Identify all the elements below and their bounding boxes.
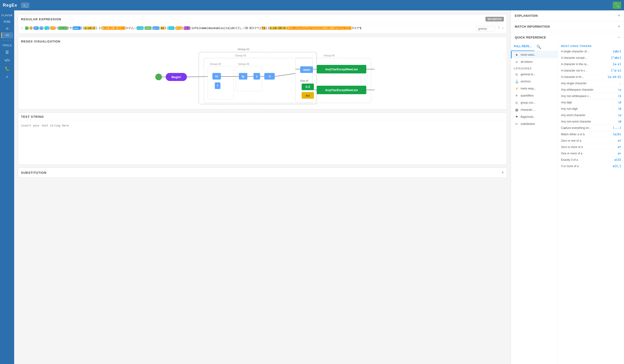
qr-row-15[interactable]: Zero or more of a a* xyxy=(561,144,621,150)
qr-token-12: (...) xyxy=(609,126,621,130)
qr-token-5: . xyxy=(609,82,621,85)
regex-help-icon[interactable]: ? xyxy=(498,26,500,30)
qr-row-8[interactable]: Any digit \d xyxy=(561,99,621,106)
qr-row-11[interactable]: Any non-word character \W xyxy=(561,119,621,125)
test-string-title: TEST STRING xyxy=(21,115,504,119)
qr-item-quantifiers[interactable]: ✳ quantifiers xyxy=(511,92,558,99)
anchor-icon: ⚓ xyxy=(515,79,519,83)
sidebar-divider-1 xyxy=(2,40,12,40)
sidebar-item-py[interactable]: PY xyxy=(1,32,13,38)
qr-item-general[interactable]: ⊙ general to... xyxy=(511,71,558,78)
svg-text:tp: tp xyxy=(242,75,244,78)
qr-row-9[interactable]: Any non-digit \D xyxy=(561,106,621,112)
qr-token-16: a+ xyxy=(609,152,621,155)
most-used-tokens-title: MOST USED TOKENS xyxy=(561,43,621,48)
qr-desc-6: Any whitespace character xyxy=(561,88,609,91)
svg-text:Group #2: Group #2 xyxy=(235,54,246,57)
quick-reference-body: FULL REFE... 🔍 ★ most used... ≡ all toke… xyxy=(511,43,624,364)
qr-row-18[interactable]: 3 or more of a a{3,} xyxy=(561,163,621,169)
qr-tab-full-ref[interactable]: FULL REFE... xyxy=(511,43,535,51)
qr-item-meta-seq[interactable]: ⚡ meta sequ... xyxy=(511,85,558,92)
character-label: character ... xyxy=(521,108,536,111)
svg-text:One of:: One of: xyxy=(300,79,309,82)
qr-token-0: [abc] xyxy=(609,50,621,53)
match-info-header: MATCH INFORMATION + xyxy=(511,21,624,32)
flags-icon: ⚑ xyxy=(515,115,519,119)
qr-row-2[interactable]: A character in the ra... [a-z] xyxy=(561,61,621,68)
sidebar-item-check[interactable]: ✓ xyxy=(1,73,13,80)
qr-row-4[interactable]: A character in th... [a-zA-Z] xyxy=(561,74,621,80)
quick-ref-section: QUICK REFERENCE − FULL REFE... 🔍 ★ most … xyxy=(511,32,624,364)
no-match-button[interactable]: NO MATCH xyxy=(486,17,504,22)
match-info-plus-icon[interactable]: + xyxy=(618,24,620,29)
tok-s: s? xyxy=(51,26,55,30)
qr-item-most-used[interactable]: ★ most used... xyxy=(511,51,558,58)
qr-item-group-con[interactable]: ⊙ group con... xyxy=(511,99,558,106)
qr-item-anchors[interactable]: ⚓ anchors xyxy=(511,78,558,85)
sidebar-item-code[interactable]: </> xyxy=(1,57,13,64)
qr-row-1[interactable]: A character except:... [^abc] xyxy=(561,55,621,61)
qr-token-4: [a-zA-Z] xyxy=(607,75,621,78)
qr-row-17[interactable]: Exactly 3 of a a{3} xyxy=(561,157,621,163)
tok-az-range: a-zA-Z0-9- xyxy=(269,26,287,30)
py-label: PY xyxy=(6,34,9,37)
substitution-label: substitution xyxy=(521,122,535,126)
svg-text:AnyCharExceptNewLine: AnyCharExceptNewLine xyxy=(325,68,358,71)
qr-search-icon[interactable]: 🔍 xyxy=(535,43,543,51)
qr-item-all-tokens[interactable]: ≡ all tokens xyxy=(511,58,558,65)
qr-desc-3: A character not in t... xyxy=(561,69,609,72)
sidebar-item-list[interactable]: ☰ xyxy=(1,49,13,56)
tok-tp: tp xyxy=(45,26,49,30)
center-panel: REGULAR EXPRESSION NO MATCH " ^(((ht|f)t… xyxy=(14,10,511,364)
qr-row-0[interactable]: A single character of... [abc] xyxy=(561,48,621,55)
test-string-textarea[interactable] xyxy=(18,121,507,164)
qr-item-substitution[interactable]: ✂ substitution xyxy=(511,120,558,128)
svg-text:a-z: a-z xyxy=(306,94,310,97)
qr-item-character[interactable]: ▦ character ... xyxy=(511,106,558,113)
tok-com: com xyxy=(137,26,143,30)
tok-ht: ht xyxy=(34,26,38,30)
sidebar-item-pcre[interactable]: PCRE xyxy=(1,19,13,25)
qr-row-14[interactable]: Zero or one of a a? xyxy=(561,138,621,144)
svg-rect-4 xyxy=(208,66,234,99)
qr-desc-11: Any non-word character xyxy=(561,120,609,123)
qr-row-7[interactable]: Any non-whitespace c... \S xyxy=(561,93,621,99)
svg-text:s: s xyxy=(256,75,258,78)
qr-token-10: \w xyxy=(609,114,621,117)
substitution-icon: ✂ xyxy=(515,122,519,126)
terminal-button[interactable]: >_ xyxy=(21,2,29,8)
viz-svg: Group #1 Group #2 Group #3 Group #4 Grou… xyxy=(21,45,504,106)
qr-row-5[interactable]: Any single character . xyxy=(561,80,621,87)
tok-www: www. xyxy=(73,26,81,30)
qr-row-12[interactable]: Capture everything en... (...) xyxy=(561,125,621,131)
wrench-button[interactable]: 🔧 xyxy=(613,2,621,9)
qr-token-13: (a|b) xyxy=(609,133,621,136)
qr-token-8: \d xyxy=(609,101,621,104)
qr-row-10[interactable]: Any word character \w xyxy=(561,112,621,119)
svg-text:Begin!: Begin! xyxy=(172,75,181,79)
qr-row-16[interactable]: One or more of a a+ xyxy=(561,150,621,157)
qr-row-3[interactable]: A character not in t... [^a-z] xyxy=(561,68,621,74)
qr-row-6[interactable]: Any whitespace character \s xyxy=(561,87,621,93)
substitution-plus-icon[interactable]: + xyxy=(501,170,504,175)
test-string-box: TEST STRING xyxy=(18,112,507,165)
explanation-title: EXPLANATION xyxy=(515,14,538,18)
regex-flags-input[interactable] xyxy=(476,26,495,32)
tok-gov: gov xyxy=(153,26,159,30)
quick-ref-title: QUICK REFERENCE xyxy=(515,36,546,39)
sidebar-item-js[interactable]: JS xyxy=(1,26,13,31)
explanation-plus-icon[interactable]: + xyxy=(618,13,620,18)
tok-az1: a-zA-Z xyxy=(84,26,95,30)
svg-line-38 xyxy=(275,73,295,77)
js-label: JS xyxy=(6,27,8,30)
substitution-box: SUBSTITUTION + xyxy=(18,168,507,178)
tools-label: TOOLS xyxy=(2,42,12,48)
viz-canvas: Group #1 Group #2 Group #3 Group #4 Grou… xyxy=(21,45,504,106)
match-info-section: MATCH INFORMATION + xyxy=(511,21,624,32)
sidebar-item-bug[interactable]: 🐛 xyxy=(1,65,13,72)
qr-row-13[interactable]: Match either a or b (a|b) xyxy=(561,131,621,138)
regex-text-display[interactable]: ^(((ht|f)tp(s?))\\://)?(www.|[a-zA-Z].)[… xyxy=(25,26,474,30)
qr-item-flags[interactable]: ⚑ flags/mod... xyxy=(511,113,558,120)
tok-biz: biz xyxy=(184,26,190,30)
quick-ref-minus-icon[interactable]: − xyxy=(618,35,620,40)
